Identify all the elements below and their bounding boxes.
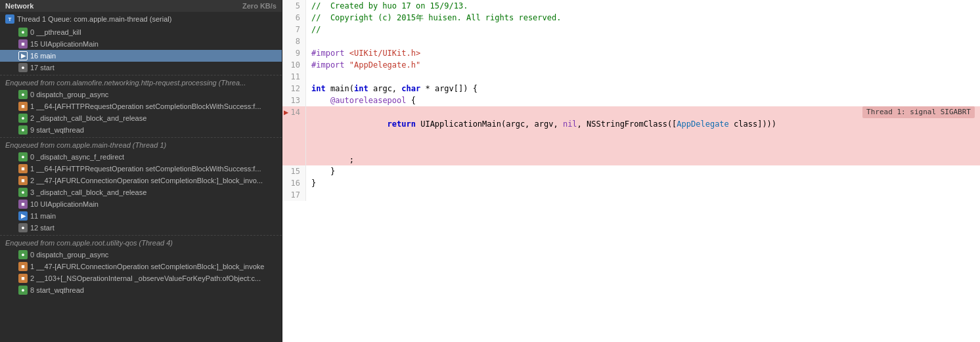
- line-number: 12: [282, 83, 306, 95]
- stack-label: 2 _dispatch_call_block_and_release: [30, 114, 146, 122]
- enqueued-text: Enqueued from com.apple.main-thread (Thr…: [5, 141, 166, 149]
- stack-icon: ●: [18, 286, 28, 295]
- enqueued-label-3: Enqueued from com.apple.root.utility-qos…: [0, 237, 282, 249]
- stack-icon: ●: [18, 28, 28, 37]
- line-number: 5: [282, 0, 306, 12]
- stack-icon: ■: [18, 200, 28, 209]
- stack-label: 9 start_wqthread: [30, 126, 84, 134]
- code-scroll-area[interactable]: 5 // Created by huo 17 on 15/9/13. 6 // …: [282, 0, 980, 342]
- stack-item-9-start-wqthread[interactable]: ● 9 start_wqthread: [0, 124, 282, 136]
- line-content: [306, 71, 980, 83]
- code-line-7: 7 //: [282, 24, 980, 35]
- code-line-9: 9 #import <UIKit/UIKit.h>: [282, 47, 980, 59]
- line-content: [306, 35, 980, 47]
- line-content-error: return UIApplicationMain(argc, argv, nil…: [306, 106, 980, 154]
- stack-icon: ●: [18, 63, 28, 72]
- stack-label: 10 UIApplicationMain: [30, 200, 99, 208]
- stack-item-15-uiappmain[interactable]: ■ 15 UIApplicationMain: [0, 38, 282, 50]
- line-content: int main(int argc, char * argv[]) {: [306, 83, 980, 95]
- code-line-5: 5 // Created by huo 17 on 15/9/13.: [282, 0, 980, 12]
- stack-label: 16 main: [30, 52, 56, 60]
- stack-item-1-afhttprequest-1[interactable]: ■ 1 __64-[AFHTTPRequestOperation setComp…: [0, 100, 282, 112]
- stack-item-1-afurl-2[interactable]: ■ 1 __47-[AFURLConnectionOperation setCo…: [0, 261, 282, 272]
- stack-icon: ▶: [18, 51, 28, 60]
- stack-label: 0 _dispatch_async_f_redirect: [30, 153, 124, 161]
- stack-item-1-afhttprequest-2[interactable]: ■ 1 __64-[AFHTTPRequestOperation setComp…: [0, 163, 282, 175]
- line-number: 13: [282, 95, 306, 106]
- stack-item-12-start[interactable]: ● 12 start: [0, 222, 282, 234]
- code-line-16: 16 }: [282, 177, 980, 189]
- line-content: @autoreleasepool {: [306, 95, 980, 106]
- line-number: 17: [282, 189, 306, 201]
- stack-item-2-afurl-1[interactable]: ■ 2 __47-[AFURLConnectionOperation setCo…: [0, 175, 282, 186]
- network-value: Zero KB/s: [242, 2, 277, 10]
- stack-label: 2 __103+[_NSOperationInternal _observeVa…: [30, 274, 261, 282]
- stack-icon: ●: [18, 90, 28, 99]
- stack-item-0-dispatch-async[interactable]: ● 0 _dispatch_async_f_redirect: [0, 151, 282, 163]
- stack-label: 8 start_wqthread: [30, 286, 84, 294]
- stack-icon: ■: [18, 102, 28, 111]
- debug-navigator[interactable]: Network Zero KB/s T Thread 1 Queue: com.…: [0, 0, 282, 342]
- stack-label: 17 start: [30, 64, 55, 72]
- thread1-label: Thread 1 Queue: com.apple.main-thread (s…: [17, 15, 171, 23]
- stack-item-3-dispatch-call-2[interactable]: ● 3 _dispatch_call_block_and_release: [0, 186, 282, 198]
- stack-item-17-start[interactable]: ● 17 start: [0, 62, 282, 74]
- line-number: 7: [282, 24, 306, 35]
- stack-icon: ■: [18, 262, 28, 271]
- thread-icon: T: [5, 14, 14, 24]
- stack-icon: ●: [18, 114, 28, 123]
- stack-icon: ●: [18, 223, 28, 232]
- line-content: #import <UIKit/UIKit.h>: [306, 47, 980, 59]
- line-content: ;: [306, 154, 980, 165]
- stack-item-2-dispatch-call-1[interactable]: ● 2 _dispatch_call_block_and_release: [0, 112, 282, 124]
- stack-icon: ●: [18, 125, 28, 135]
- stack-label: 15 UIApplicationMain: [30, 40, 99, 48]
- network-header: Network Zero KB/s: [0, 0, 282, 12]
- code-line-13: 13 @autoreleasepool {: [282, 95, 980, 106]
- stack-icon: ■: [18, 164, 28, 173]
- stack-item-0-dispatch-group[interactable]: ● 0 dispatch_group_async: [0, 89, 282, 100]
- stack-item-10-uiappmain[interactable]: ■ 10 UIApplicationMain: [0, 198, 282, 210]
- line-content: }: [306, 177, 980, 189]
- line-content: [306, 189, 980, 201]
- line-number: 11: [282, 71, 306, 83]
- stack-item-11-main[interactable]: ▶ 11 main: [0, 210, 282, 222]
- stack-label: 2 __47-[AFURLConnectionOperation setComp…: [30, 177, 263, 184]
- stack-item-0-dispatch-group-2[interactable]: ● 0 dispatch_group_async: [0, 249, 282, 261]
- line-number: 8: [282, 35, 306, 47]
- code-line-6: 6 // Copyright (c) 2015年 huisen. All rig…: [282, 12, 980, 24]
- code-line-17: 17: [282, 189, 980, 201]
- code-line-10: 10 #import "AppDelegate.h": [282, 59, 980, 71]
- stack-icon: ●: [18, 188, 28, 197]
- stack-icon: ■: [18, 176, 28, 185]
- stack-icon: ■: [18, 39, 28, 49]
- line-content: // Copyright (c) 2015年 huisen. All right…: [306, 12, 980, 24]
- stack-label: 1 __64-[AFHTTPRequestOperation setComple…: [30, 165, 261, 173]
- enqueued-text: Enqueued from com.apple.root.utility-qos…: [5, 239, 173, 247]
- line-number: 6: [282, 12, 306, 24]
- code-editor: 5 // Created by huo 17 on 15/9/13. 6 // …: [282, 0, 980, 342]
- stack-item-0-pthread-kill[interactable]: ● 0 __pthread_kill: [0, 26, 282, 38]
- line-content: // Created by huo 17 on 15/9/13.: [306, 0, 980, 12]
- stack-icon: ▶: [18, 211, 28, 221]
- stack-label: 11 main: [30, 212, 56, 220]
- stack-item-2-nsoperation[interactable]: ■ 2 __103+[_NSOperationInternal _observe…: [0, 272, 282, 284]
- thread1-header: T Thread 1 Queue: com.apple.main-thread …: [0, 12, 282, 26]
- line-number: 10: [282, 59, 306, 71]
- enqueued-label-2: Enqueued from com.apple.main-thread (Thr…: [0, 139, 282, 151]
- stack-icon: ■: [18, 274, 28, 283]
- stack-item-8-start-wqthread-2[interactable]: ● 8 start_wqthread: [0, 284, 282, 296]
- network-label: Network: [5, 2, 33, 10]
- code-line-14-error: ▶ 14 return UIApplicationMain(argc, argv…: [282, 106, 980, 154]
- stack-icon: ●: [18, 152, 28, 161]
- stack-label: 0 dispatch_group_async: [30, 91, 108, 98]
- line-content: }: [306, 165, 980, 177]
- line-number: 9: [282, 47, 306, 59]
- line-content: #import "AppDelegate.h": [306, 59, 980, 71]
- enqueued-text: Enqueued from com.alamofire.networking.h…: [5, 79, 246, 87]
- stack-label: 1 __47-[AFURLConnectionOperation setComp…: [30, 263, 264, 270]
- line-number: ▶ 14: [282, 106, 306, 154]
- code-line-12: 12 int main(int argc, char * argv[]) {: [282, 83, 980, 95]
- stack-label: 0 dispatch_group_async: [30, 251, 108, 259]
- stack-item-16-main[interactable]: ▶ 16 main: [0, 50, 282, 62]
